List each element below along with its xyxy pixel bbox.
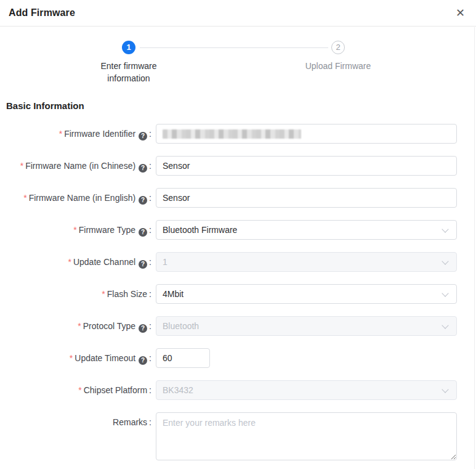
basic-information-form: *Firmware Identifier?:*Firmware Name (in…: [0, 124, 476, 463]
add-firmware-dialog: { "dialog": { "title": "Add Firmware", "…: [0, 0, 476, 469]
help-icon[interactable]: ?: [139, 260, 147, 269]
flash-size-selected-value: 4Mbit: [163, 289, 184, 299]
form-row-chipset-platform: *Chipset Platform:BK3432: [0, 380, 476, 400]
field-control-update-timeout: [156, 348, 457, 368]
field-label-firmware-name-chinese: *Firmware Name (in Chinese)?:: [0, 156, 151, 176]
chipset-platform-select: BK3432: [156, 380, 457, 400]
form-row-firmware-identifier: *Firmware Identifier?:: [0, 124, 476, 144]
field-label-colon: :: [149, 257, 151, 267]
field-label-text: Update Channel: [73, 257, 135, 267]
field-label-colon: :: [149, 289, 151, 299]
form-row-update-timeout: *Update Timeout?:: [0, 348, 476, 368]
field-label-colon: :: [149, 129, 151, 139]
required-asterisk: *: [23, 193, 26, 203]
chevron-down-icon: [442, 322, 448, 328]
chevron-down-icon: [442, 226, 448, 232]
field-label-colon: :: [149, 225, 151, 235]
step-1-label: Enter firmware information: [89, 60, 169, 84]
field-label-remarks: Remarks:: [0, 412, 151, 463]
chevron-down-icon: [442, 386, 448, 393]
firmware-name-english-input[interactable]: [156, 188, 457, 208]
field-control-firmware-name-english: [156, 188, 457, 208]
field-label-firmware-name-english: *Firmware Name (in English)?:: [0, 188, 151, 208]
step-2-circle: 2: [331, 41, 345, 54]
close-icon[interactable]: ✕: [453, 6, 467, 20]
required-asterisk: *: [78, 321, 81, 331]
required-asterisk: *: [20, 161, 23, 171]
help-icon[interactable]: ?: [139, 356, 147, 365]
step-enter-firmware-information[interactable]: 1 Enter firmware information: [89, 41, 169, 84]
form-row-remarks: Remarks:: [0, 412, 476, 463]
field-label-flash-size: *Flash Size:: [0, 284, 151, 304]
field-label-text: Remarks: [113, 417, 147, 427]
form-row-update-channel: *Update Channel?:1: [0, 252, 476, 272]
field-control-flash-size: 4Mbit: [156, 284, 457, 304]
field-control-firmware-identifier: [156, 124, 457, 144]
field-control-update-channel: 1: [156, 252, 457, 272]
protocol-type-selected-value: Bluetooth: [163, 321, 199, 331]
field-label-colon: :: [149, 321, 151, 331]
field-control-chipset-platform: BK3432: [156, 380, 457, 400]
dialog-header: Add Firmware ✕: [0, 0, 476, 27]
field-label-text: Flash Size: [107, 289, 147, 299]
field-label-text: Firmware Name (in English): [29, 193, 135, 203]
section-title-basic-information: Basic Information: [6, 100, 476, 111]
form-row-firmware-name-chinese: *Firmware Name (in Chinese)?:: [0, 156, 476, 176]
flash-size-select[interactable]: 4Mbit: [156, 284, 457, 304]
update-channel-selected-value: 1: [163, 257, 167, 267]
firmware-type-select[interactable]: Bluetooth Firmware: [156, 220, 457, 240]
remarks-textarea[interactable]: [156, 412, 457, 460]
field-label-colon: :: [149, 193, 151, 203]
step-2-label: Upload Firmware: [286, 60, 390, 72]
field-label-colon: :: [149, 417, 151, 427]
field-label-chipset-platform: *Chipset Platform:: [0, 380, 151, 400]
required-asterisk: *: [59, 129, 62, 139]
dialog-title: Add Firmware: [9, 7, 75, 18]
step-upload-firmware[interactable]: 2 Upload Firmware: [286, 41, 390, 72]
body-right-edge: [474, 27, 475, 469]
field-label-firmware-type: *Firmware Type?:: [0, 220, 151, 240]
required-asterisk: *: [78, 385, 81, 395]
firmware-name-chinese-input[interactable]: [156, 156, 457, 176]
step-indicator: 1 Enter firmware information 2 Upload Fi…: [0, 41, 476, 85]
required-asterisk: *: [102, 289, 105, 299]
field-control-protocol-type: Bluetooth: [156, 316, 457, 336]
field-label-text: Update Timeout: [75, 353, 135, 363]
firmware-identifier-input[interactable]: [156, 124, 457, 144]
help-icon[interactable]: ?: [139, 228, 147, 237]
chevron-down-icon: [442, 290, 448, 296]
form-row-flash-size: *Flash Size:4Mbit: [0, 284, 476, 304]
field-label-text: Chipset Platform: [84, 385, 147, 395]
help-icon[interactable]: ?: [139, 164, 147, 173]
field-label-update-timeout: *Update Timeout?:: [0, 348, 151, 368]
help-icon[interactable]: ?: [139, 132, 147, 141]
required-asterisk: *: [73, 225, 76, 235]
field-label-colon: :: [149, 385, 151, 395]
form-row-firmware-type: *Firmware Type?:Bluetooth Firmware: [0, 220, 476, 240]
field-label-text: Firmware Identifier: [64, 129, 135, 139]
field-label-colon: :: [149, 161, 151, 171]
field-control-firmware-name-chinese: [156, 156, 457, 176]
required-asterisk: *: [68, 257, 71, 267]
field-label-firmware-identifier: *Firmware Identifier?:: [0, 124, 151, 144]
protocol-type-select: Bluetooth: [156, 316, 457, 336]
field-label-update-channel: *Update Channel?:: [0, 252, 151, 272]
field-label-protocol-type: *Protocol Type?:: [0, 316, 151, 336]
field-label-text: Firmware Type: [79, 225, 135, 235]
help-icon[interactable]: ?: [139, 196, 147, 205]
form-row-protocol-type: *Protocol Type?:Bluetooth: [0, 316, 476, 336]
form-row-firmware-name-english: *Firmware Name (in English)?:: [0, 188, 476, 208]
field-control-remarks: [156, 412, 457, 463]
step-1-circle: 1: [122, 41, 135, 54]
field-label-text: Firmware Name (in Chinese): [25, 161, 135, 171]
update-timeout-input[interactable]: [156, 348, 210, 368]
update-channel-select: 1: [156, 252, 457, 272]
field-label-colon: :: [149, 353, 151, 363]
firmware-type-selected-value: Bluetooth Firmware: [163, 225, 237, 235]
field-control-firmware-type: Bluetooth Firmware: [156, 220, 457, 240]
chipset-platform-selected-value: BK3432: [163, 385, 193, 395]
redacted-value: [163, 129, 301, 139]
field-label-text: Protocol Type: [83, 321, 135, 331]
required-asterisk: *: [70, 353, 73, 363]
help-icon[interactable]: ?: [139, 324, 147, 333]
